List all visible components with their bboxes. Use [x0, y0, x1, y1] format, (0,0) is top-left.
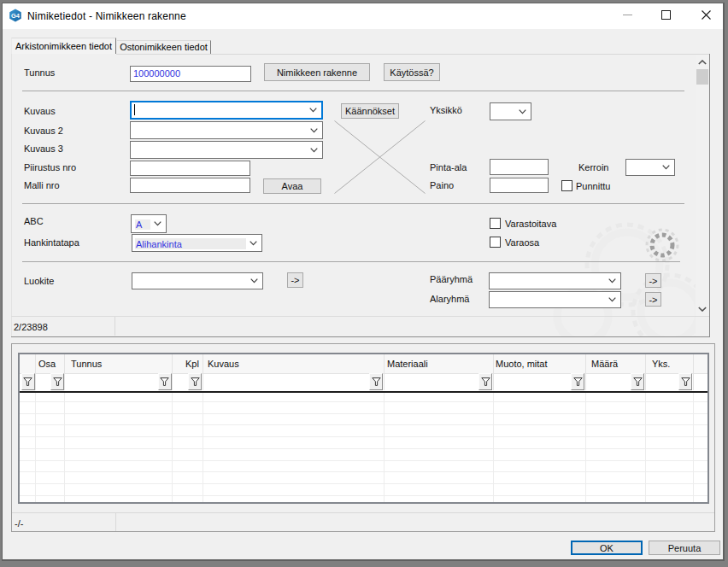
svg-text:G4: G4 — [11, 12, 21, 20]
